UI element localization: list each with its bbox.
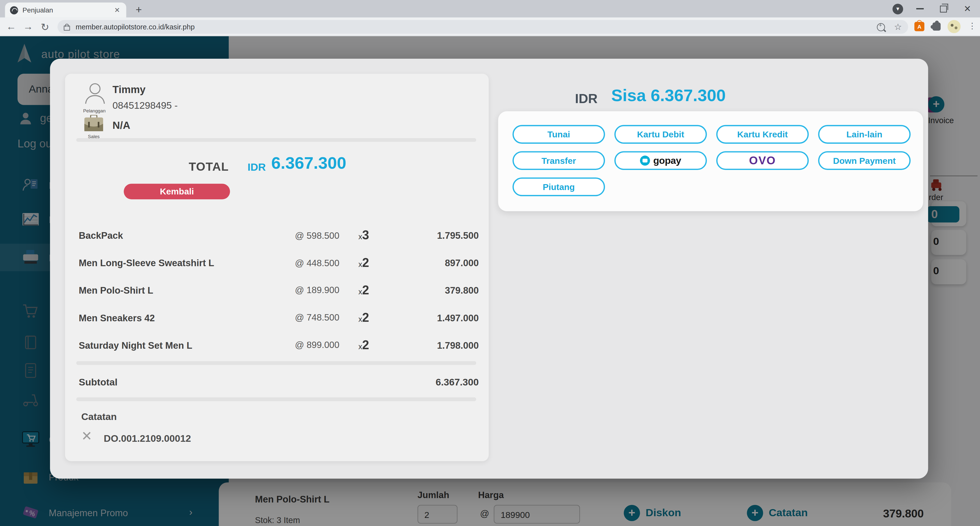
total-label: TOTAL (140, 160, 229, 173)
window-restore-button[interactable] (940, 0, 947, 17)
note-section-label: Catatan (81, 411, 117, 423)
item-name: Men Sneakers 42 (79, 312, 266, 323)
payment-button-label: OVO (749, 154, 776, 167)
tab-bar: Penjualan ✕ + ▼ ✕ (0, 0, 980, 17)
window-minimize-button[interactable] (916, 0, 924, 17)
remaining-currency: IDR (575, 91, 598, 106)
cart-item-row: Saturday Night Set Men L@ 899.000x21.798… (79, 331, 479, 359)
item-name: BackPack (79, 230, 266, 241)
item-unit-price: @ 448.500 (266, 258, 339, 268)
total-amount: 6.367.300 (271, 154, 346, 173)
customer-name: Timmy (113, 84, 145, 95)
new-tab-button[interactable]: + (131, 2, 146, 17)
payment-button-label: Lain-lain (846, 129, 883, 139)
payment-button-ovo[interactable]: OVO (716, 151, 809, 170)
payment-button-transfer[interactable]: Transfer (512, 151, 605, 170)
customer-icon (81, 81, 109, 108)
url-text[interactable]: member.autopilotstore.co.id/kasir.php (76, 23, 877, 30)
item-total: 1.497.000 (388, 312, 479, 323)
back-button[interactable]: ← (4, 17, 19, 36)
payment-modal: Pelanggan Timmy 08451298495 - Sales N/A … (50, 59, 928, 479)
address-bar[interactable]: member.autopilotstore.co.id/kasir.php ☆ (57, 20, 908, 34)
item-quantity: x2 (339, 256, 388, 270)
item-name: Men Long-Sleeve Sweatshirt L (79, 257, 266, 268)
payment-button-kartu-kredit[interactable]: Kartu Kredit (716, 125, 809, 144)
payment-button-kartu-debit[interactable]: Kartu Debit (614, 125, 707, 144)
sales-value: N/A (113, 119, 130, 131)
cart-item-row: Men Long-Sleeve Sweatshirt L@ 448.500x28… (79, 249, 479, 277)
payment-button-label: Tunai (547, 129, 570, 139)
forward-button[interactable]: → (21, 17, 35, 36)
payment-button-label: Piutang (543, 182, 575, 192)
payment-button-label: gopay (653, 155, 681, 166)
tab-penjualan[interactable]: Penjualan ✕ (5, 2, 126, 17)
bookmark-star-icon[interactable]: ☆ (894, 22, 902, 32)
extensions-puzzle-icon[interactable] (932, 22, 940, 30)
payment-button-lain-lain[interactable]: Lain-lain (818, 125, 911, 144)
payment-button-gopay[interactable]: gopay (614, 151, 707, 170)
extension-bag-icon[interactable]: A (914, 22, 924, 31)
payment-button-down-payment[interactable]: Down Payment (818, 151, 911, 170)
subtotal-value: 6.367.300 (436, 377, 479, 388)
lock-icon (64, 25, 70, 30)
payment-methods-panel: TunaiKartu DebitKartu KreditLain-lainTra… (498, 111, 923, 211)
item-unit-price: @ 748.500 (266, 313, 339, 323)
item-name: Men Polo-Shirt L (79, 285, 266, 296)
app-page: auto pilot store Anna N ge Log ou MDPGPr… (0, 36, 980, 526)
subtotal-row: Subtotal 6.367.300 (79, 372, 479, 393)
customer-caption: Pelanggan (74, 108, 115, 114)
item-unit-price: @ 189.900 (266, 285, 339, 295)
window-close-button[interactable]: ✕ (964, 0, 971, 17)
divider (76, 361, 476, 365)
total-currency: IDR (247, 161, 266, 173)
tab-title: Penjualan (22, 6, 113, 14)
item-total: 1.795.500 (388, 230, 479, 241)
back-button[interactable]: Kembali (124, 184, 230, 199)
item-quantity: x2 (339, 310, 388, 325)
profile-avatar[interactable] (947, 20, 961, 33)
browser-toolbar: ← → ↻ member.autopilotstore.co.id/kasir.… (0, 17, 980, 36)
sales-briefcase-icon (84, 115, 104, 132)
item-total: 1.798.000 (388, 340, 479, 350)
item-unit-price: @ 598.500 (266, 230, 339, 240)
item-total: 897.000 (388, 257, 479, 268)
payment-button-tunai[interactable]: Tunai (512, 125, 605, 144)
payment-button-label: Kartu Kredit (737, 129, 788, 139)
item-quantity: x3 (339, 228, 388, 243)
cart-items-list: BackPack@ 598.500x31.795.500Men Long-Sle… (79, 222, 479, 359)
payment-button-label: Down Payment (833, 156, 896, 165)
item-name: Saturday Night Set Men L (79, 340, 266, 350)
payment-methods-grid: TunaiKartu DebitKartu KreditLain-lainTra… (512, 125, 910, 196)
gopay-icon (640, 156, 650, 165)
zoom-icon[interactable] (877, 23, 885, 31)
divider (76, 138, 476, 142)
payment-button-label: Kartu Debit (637, 129, 684, 139)
remaining-amount: Sisa 6.367.300 (611, 86, 726, 106)
payment-button-label: Transfer (542, 156, 576, 165)
reload-button[interactable]: ↻ (38, 17, 52, 36)
payment-button-piutang[interactable]: Piutang (512, 178, 605, 196)
subtotal-label: Subtotal (79, 377, 436, 388)
item-unit-price: @ 899.000 (266, 340, 339, 350)
order-summary-card: Pelanggan Timmy 08451298495 - Sales N/A … (65, 74, 488, 461)
cart-item-row: BackPack@ 598.500x31.795.500 (79, 222, 479, 249)
browser-menu-icon[interactable]: ⋮ (968, 21, 976, 30)
cart-item-row: Men Polo-Shirt L@ 189.900x2379.800 (79, 277, 479, 304)
customer-phone: 08451298495 - (113, 100, 178, 111)
cart-item-row: Men Sneakers 42@ 748.500x21.497.000 (79, 304, 479, 331)
note-reference: DO.001.2109.00012 (104, 433, 191, 444)
item-total: 379.800 (388, 285, 479, 296)
tab-close-icon[interactable]: ✕ (113, 6, 121, 14)
chrome-update-icon[interactable]: ▼ (892, 0, 903, 17)
browser-window: Penjualan ✕ + ▼ ✕ ← → ↻ member.autopilot… (0, 0, 980, 526)
tab-favicon-icon (10, 6, 18, 14)
remove-note-icon[interactable]: ✕ (81, 429, 92, 443)
divider (76, 397, 476, 401)
item-quantity: x2 (339, 338, 388, 352)
item-quantity: x2 (339, 283, 388, 297)
